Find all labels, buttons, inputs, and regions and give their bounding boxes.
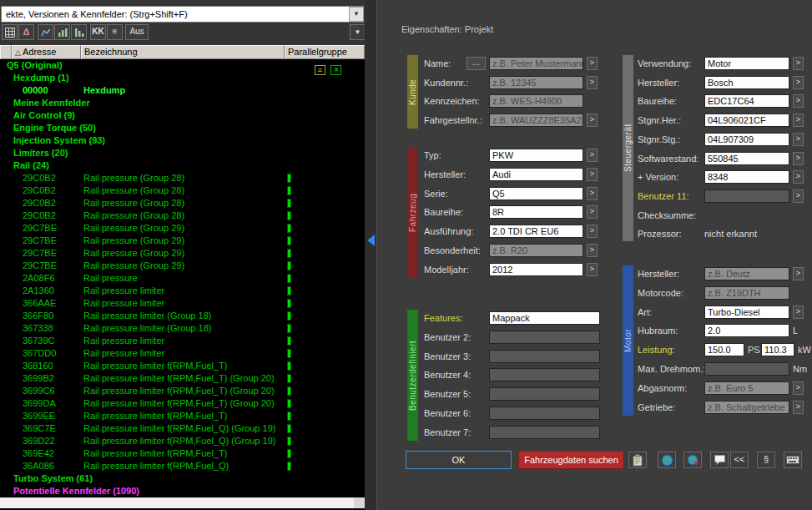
field-expand-button[interactable]: > <box>793 305 804 319</box>
map-row[interactable]: 369C7ERail pressure limiter f(RPM,Fuel_Q… <box>0 422 365 435</box>
form-field[interactable]: z.B. WAUZZZ8E35A23 <box>489 114 583 127</box>
field-expand-button[interactable]: > <box>793 114 804 127</box>
kk-button[interactable]: KK <box>90 24 106 40</box>
paragraph-button[interactable]: § <box>757 452 775 468</box>
form-field[interactable]: 04L906021CF <box>704 114 789 127</box>
comment-button[interactable] <box>710 452 729 468</box>
form-field[interactable]: z.B. Schaltgetriebe <box>704 401 789 414</box>
map-row[interactable]: 3699C6Rail pressure limiter f(RPM,Fuel_T… <box>0 385 365 397</box>
field-expand-button[interactable]: > <box>587 76 598 89</box>
map-row[interactable]: 29C7BERail pressure (Group 29) <box>0 247 365 260</box>
curve-view-button[interactable] <box>38 24 53 40</box>
form-field[interactable] <box>704 189 789 203</box>
field-expand-button[interactable]: > <box>793 189 804 203</box>
aus-button[interactable]: Aus <box>125 24 149 40</box>
form-field[interactable] <box>489 350 600 363</box>
field-expand-button[interactable]: > <box>793 57 804 70</box>
field-expand-button[interactable]: > <box>793 401 804 414</box>
form-field[interactable]: EDC17C64 <box>704 94 789 108</box>
project-version-selector[interactable]: ekte, Versionen & Kennfelder: (Strg+Shif… <box>1 6 364 23</box>
form-field[interactable]: z.B. Z19DTH <box>704 286 789 300</box>
search-vehicle-data-button[interactable]: Fahrzeugdaten suchen <box>518 451 624 469</box>
form-field[interactable]: z.B. 12345 <box>489 76 583 89</box>
field-expand-button[interactable]: > <box>587 225 598 238</box>
grid-view-button[interactable] <box>2 24 18 40</box>
map-row[interactable]: 29C7BERail pressure (Group 29) <box>0 222 365 235</box>
form-field[interactable]: Mappack <box>489 311 600 325</box>
column-header-address[interactable]: △Adresse <box>12 45 81 59</box>
field-expand-button[interactable]: > <box>587 114 598 127</box>
map-row[interactable]: 3699B2Rail pressure limiter f(RPM,Fuel_T… <box>0 372 365 385</box>
form-field[interactable]: Turbo-Diesel <box>704 305 789 319</box>
form-field[interactable]: 2012 <box>489 263 583 276</box>
map-row[interactable]: 3699DARail pressure limiter f(RPM,Fuel_T… <box>0 397 365 410</box>
folder-row[interactable]: Q5 (Original) <box>0 59 365 72</box>
web-download-button[interactable] <box>683 452 702 468</box>
collapse-arrow-icon[interactable] <box>367 235 375 246</box>
folder-row[interactable]: Hexdump (1) <box>0 72 365 84</box>
field-expand-button[interactable]: > <box>587 57 598 70</box>
map-row[interactable]: 367DD0Rail pressure limiter <box>0 347 365 360</box>
map-row[interactable]: 36A086Rail pressure limiter f(RPM,Fuel_Q… <box>0 460 365 472</box>
web-button[interactable] <box>658 452 676 468</box>
delta-view-button[interactable]: Δ <box>18 24 34 40</box>
chevron-down-icon[interactable]: ▼ <box>349 7 364 22</box>
form-field[interactable]: z.B. Deutz <box>704 267 789 280</box>
field-expand-button[interactable]: > <box>587 149 598 162</box>
folder-row[interactable]: Air Control (9) <box>0 109 365 122</box>
field-expand-button[interactable]: > <box>793 381 804 395</box>
field-expand-button[interactable]: > <box>587 244 598 257</box>
form-field[interactable] <box>489 387 600 401</box>
form-field[interactable]: z.B. R20 <box>489 244 583 257</box>
form-field[interactable]: z.B. Euro 5 <box>704 381 789 395</box>
map-row[interactable]: 2A1360Rail pressure limiter <box>0 285 365 297</box>
form-field[interactable]: Q5 <box>489 187 583 200</box>
field-expand-button[interactable]: > <box>587 205 598 219</box>
form-field[interactable] <box>489 426 600 439</box>
collapse-button[interactable]: << <box>730 452 749 468</box>
panel-splitter[interactable] <box>365 0 376 510</box>
map-row[interactable]: 29C7BERail pressure (Group 29) <box>0 235 365 247</box>
keyboard-button[interactable] <box>784 452 802 468</box>
map-row[interactable]: 29C0B2Rail pressure (Group 28) <box>0 197 365 210</box>
pane-properties-icon[interactable]: ≡ <box>315 65 325 75</box>
form-field[interactable]: 2.0 <box>704 324 789 337</box>
map-row[interactable]: 366F80Rail pressure limiter (Group 18) <box>0 310 365 322</box>
form-field[interactable]: 110.3 <box>761 343 794 356</box>
toolbar-dropdown-button[interactable]: ▼ <box>350 24 366 40</box>
map-row[interactable]: 366AAERail pressure limiter <box>0 297 365 310</box>
chart-view-2-button[interactable] <box>71 24 87 40</box>
form-field[interactable]: Motor <box>704 57 789 70</box>
map-row[interactable]: 29C7BERail pressure (Group 29) <box>0 260 365 272</box>
field-expand-button[interactable]: > <box>793 76 804 89</box>
field-expand-button[interactable]: > <box>587 168 598 181</box>
folder-row[interactable]: Limiters (20) <box>0 147 365 159</box>
map-row[interactable]: 2A08F6Rail pressure <box>0 272 365 285</box>
form-field[interactable] <box>489 406 600 420</box>
column-header-name[interactable]: Bezeichnung <box>81 45 285 59</box>
form-field[interactable] <box>704 362 789 376</box>
field-expand-button[interactable]: > <box>793 152 804 165</box>
form-field[interactable]: 2.0 TDI CR EU6 <box>489 225 583 238</box>
folder-row[interactable]: Potentielle Kennfelder (1090) <box>0 485 365 497</box>
form-field[interactable]: 04L907309 <box>704 133 789 146</box>
folder-row[interactable]: Meine Kennfelder <box>0 97 365 109</box>
field-expand-button[interactable]: > <box>793 133 804 146</box>
map-row[interactable]: 36739CRail pressure limiter <box>0 335 365 347</box>
form-field[interactable]: PKW <box>489 149 583 162</box>
list-view-button[interactable]: ≡ <box>107 24 123 40</box>
form-field[interactable]: Bosch <box>704 76 789 89</box>
form-field[interactable]: 550845 <box>704 152 789 165</box>
horizontal-scrollbar[interactable] <box>0 497 365 508</box>
folder-row[interactable]: Injection System (93) <box>0 134 365 147</box>
folder-row[interactable]: Rail (24) <box>0 159 365 172</box>
map-row[interactable]: 369E42Rail pressure limiter f(RPM,Fuel_T… <box>0 447 365 460</box>
map-row[interactable]: 367338Rail pressure limiter (Group 18) <box>0 322 365 335</box>
folder-row[interactable]: Engine Torque (50) <box>0 122 365 134</box>
field-expand-button[interactable]: > <box>587 263 598 276</box>
clipboard-button[interactable] <box>628 452 647 468</box>
form-field[interactable] <box>489 331 600 344</box>
field-expand-button[interactable]: > <box>793 170 804 184</box>
map-row[interactable]: 368160Rail pressure limiter f(RPM,Fuel_T… <box>0 360 365 372</box>
pane-close-icon[interactable]: × <box>330 65 341 75</box>
